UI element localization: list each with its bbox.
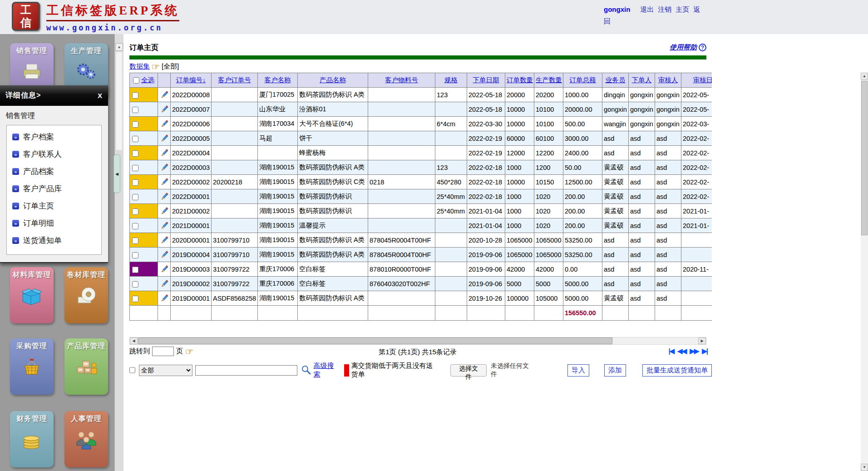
help-label[interactable]: 使用帮助 xyxy=(670,43,697,52)
edit-pencil-icon[interactable] xyxy=(160,250,168,258)
module-tile[interactable]: 产品库管理 xyxy=(64,338,108,395)
row-edit-cell[interactable] xyxy=(158,88,171,102)
edit-pencil-icon[interactable] xyxy=(160,177,168,186)
table-cell: 1020 xyxy=(534,189,563,204)
row-edit-cell[interactable] xyxy=(158,248,171,262)
row-edit-cell[interactable] xyxy=(158,160,171,175)
collapse-handle[interactable]: ◀ xyxy=(113,154,120,193)
edit-pencil-icon[interactable] xyxy=(160,134,168,142)
scroll-up-icon[interactable]: ▲ xyxy=(115,43,123,51)
module-tile[interactable]: 财务管理 xyxy=(10,411,54,467)
row-edit-cell[interactable] xyxy=(158,102,171,117)
row-edit-cell[interactable] xyxy=(158,117,171,131)
edit-pencil-icon[interactable] xyxy=(160,279,168,288)
row-checkbox[interactable] xyxy=(132,238,138,244)
row-checkbox[interactable] xyxy=(132,179,138,186)
edit-pencil-icon[interactable] xyxy=(160,192,168,200)
module-tile[interactable]: 人事管理 xyxy=(64,411,108,467)
edit-pencil-icon[interactable] xyxy=(160,119,168,128)
select-all-label[interactable]: 全选 xyxy=(141,76,154,84)
popup-menu-item[interactable]: »订单明细 xyxy=(7,214,101,232)
module-tile[interactable]: 采购管理 xyxy=(10,338,54,395)
popup-menu-item[interactable]: »产品档案 xyxy=(7,163,101,180)
hand-pointer-icon[interactable]: ☞ xyxy=(152,63,160,71)
last-page-icon[interactable]: ▶| xyxy=(702,347,707,355)
edit-pencil-icon[interactable] xyxy=(160,206,168,215)
dataset-link[interactable]: 数据集 xyxy=(129,62,150,71)
prev-page-icon[interactable]: ◀◀ xyxy=(677,347,686,355)
scroll-down-icon[interactable]: ▼ xyxy=(861,464,868,471)
help-link[interactable]: 使用帮助 ? xyxy=(670,43,706,52)
popup-menu-item[interactable]: »客户产品库 xyxy=(7,180,101,197)
row-checkbox[interactable] xyxy=(132,92,138,99)
module-tile[interactable]: 材料库管理 xyxy=(10,267,54,323)
topbar-link[interactable]: 主页 xyxy=(676,5,689,13)
horizontal-scroll-thumb[interactable] xyxy=(138,337,612,344)
row-edit-cell[interactable] xyxy=(158,262,171,277)
popup-menu-item[interactable]: »送货通知单 xyxy=(7,232,101,249)
add-button[interactable]: 添加 xyxy=(604,364,626,377)
row-edit-cell[interactable] xyxy=(158,291,171,306)
table-cell: 2022-02-18 xyxy=(467,160,505,175)
row-checkbox[interactable] xyxy=(132,136,138,142)
row-checkbox[interactable] xyxy=(132,281,138,288)
select-all-header: 全选 xyxy=(130,73,158,88)
row-edit-cell[interactable] xyxy=(158,204,171,218)
vertical-scrollbar[interactable]: ▲ ▼ xyxy=(861,73,868,471)
import-button[interactable]: 导入 xyxy=(567,364,589,377)
first-page-icon[interactable]: |◀ xyxy=(668,347,674,355)
scroll-right-icon[interactable]: ▶ xyxy=(698,337,706,344)
row-edit-cell[interactable] xyxy=(158,131,171,146)
row-checkbox[interactable] xyxy=(132,165,138,171)
row-edit-cell[interactable] xyxy=(158,277,171,291)
row-edit-cell[interactable] xyxy=(158,146,171,160)
row-edit-cell[interactable] xyxy=(158,189,171,204)
edit-pencil-icon[interactable] xyxy=(160,163,168,171)
edit-pencil-icon[interactable] xyxy=(160,235,168,244)
select-all-checkbox[interactable] xyxy=(133,77,139,84)
module-tile[interactable]: 卷材库管理 xyxy=(64,267,108,323)
search-icon[interactable] xyxy=(301,365,311,376)
page-info: 第1页 (共1页) 共15条记录 xyxy=(123,348,712,357)
row-edit-cell[interactable] xyxy=(158,218,171,233)
row-checkbox[interactable] xyxy=(132,267,138,273)
horizontal-scrollbar[interactable]: ◀ ▶ xyxy=(129,337,706,345)
footer-toolbar: 全部 高级搜索 离交货期低于两天且没有送货单 选择文件 未选择任何文件 导入 添… xyxy=(129,363,712,377)
scroll-left-icon[interactable]: ◀ xyxy=(130,337,138,344)
row-checkbox[interactable] xyxy=(132,296,138,302)
row-checkbox[interactable] xyxy=(132,150,138,157)
popup-menu-item[interactable]: »客户档案 xyxy=(7,128,101,145)
row-checkbox[interactable] xyxy=(132,194,138,200)
row-checkbox[interactable] xyxy=(132,223,138,229)
row-edit-cell[interactable] xyxy=(158,233,171,248)
edit-pencil-icon[interactable] xyxy=(160,221,168,229)
row-edit-cell[interactable] xyxy=(158,175,171,189)
table-cell: 2019-10-26 xyxy=(467,291,505,306)
edit-pencil-icon[interactable] xyxy=(160,264,168,273)
topbar-link[interactable]: 注销 xyxy=(658,5,671,13)
edit-pencil-icon[interactable] xyxy=(160,148,168,157)
table-row: 2019D000023100799722重庆170006空白标签87604030… xyxy=(130,277,712,291)
edit-pencil-icon[interactable] xyxy=(160,104,168,113)
search-input[interactable] xyxy=(195,365,297,376)
topbar-link[interactable]: 退出 xyxy=(640,5,654,13)
row-checkbox[interactable] xyxy=(132,208,138,215)
filter-checkbox[interactable] xyxy=(129,367,135,373)
vertical-scroll-thumb[interactable] xyxy=(861,81,868,235)
popup-menu-item[interactable]: »客户联系人 xyxy=(7,145,101,163)
row-checkbox[interactable] xyxy=(132,121,138,128)
filter-select[interactable]: 全部 xyxy=(139,365,192,376)
advanced-search-link[interactable]: 高级搜索 xyxy=(314,362,338,379)
choose-file-button[interactable]: 选择文件 xyxy=(450,364,487,377)
row-checkbox[interactable] xyxy=(132,252,138,258)
scroll-up-icon[interactable]: ▲ xyxy=(861,73,868,80)
batch-delivery-button[interactable]: 批量生成送货通知单 xyxy=(642,364,712,377)
edit-pencil-icon[interactable] xyxy=(160,293,168,302)
table-cell: 2022-03- xyxy=(681,117,712,131)
edit-pencil-icon[interactable] xyxy=(160,90,168,99)
table-cell xyxy=(212,117,258,131)
row-checkbox[interactable] xyxy=(132,107,138,113)
popup-close-button[interactable]: X xyxy=(98,92,103,99)
popup-menu-item[interactable]: »订单主页 xyxy=(7,197,101,214)
next-page-icon[interactable]: ▶▶ xyxy=(690,347,698,355)
